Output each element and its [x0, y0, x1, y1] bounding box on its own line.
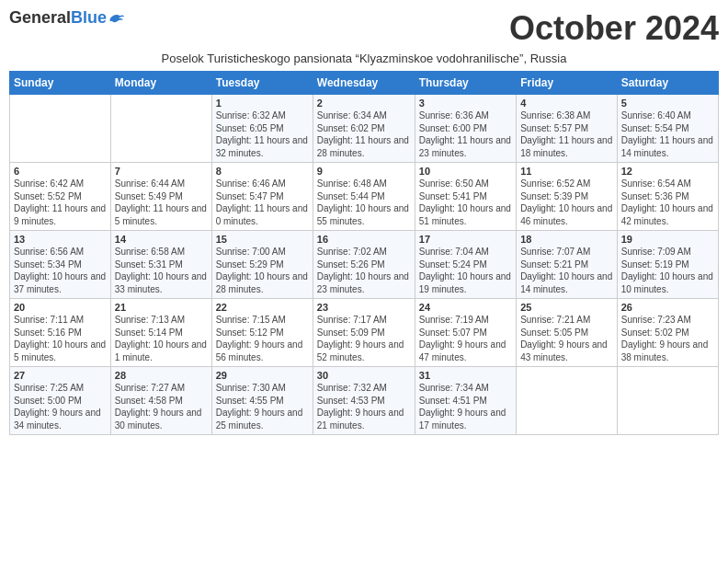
- calendar-cell: 12Sunrise: 6:54 AM Sunset: 5:36 PM Dayli…: [617, 163, 718, 231]
- weekday-header: Wednesday: [313, 72, 415, 95]
- day-number: 12: [621, 166, 714, 177]
- day-info: Sunrise: 6:40 AM Sunset: 5:54 PM Dayligh…: [621, 109, 714, 159]
- calendar-cell: 10Sunrise: 6:50 AM Sunset: 5:41 PM Dayli…: [415, 163, 516, 231]
- day-info: Sunrise: 6:50 AM Sunset: 5:41 PM Dayligh…: [419, 178, 512, 227]
- logo-bird-icon: [108, 12, 125, 25]
- day-info: Sunrise: 6:32 AM Sunset: 6:05 PM Dayligh…: [216, 109, 309, 159]
- calendar-subtitle: Poselok Turisticheskogo pansionata “Klya…: [9, 52, 719, 65]
- day-info: Sunrise: 6:48 AM Sunset: 5:44 PM Dayligh…: [317, 178, 411, 227]
- day-info: Sunrise: 7:27 AM Sunset: 4:58 PM Dayligh…: [115, 382, 208, 431]
- day-info: Sunrise: 7:02 AM Sunset: 5:26 PM Dayligh…: [317, 246, 411, 295]
- weekday-row: SundayMondayTuesdayWednesdayThursdayFrid…: [10, 72, 719, 95]
- day-number: 24: [419, 302, 512, 313]
- day-number: 17: [419, 234, 512, 245]
- day-number: 7: [115, 166, 208, 177]
- calendar-cell: 13Sunrise: 6:56 AM Sunset: 5:34 PM Dayli…: [10, 231, 111, 299]
- day-info: Sunrise: 7:07 AM Sunset: 5:21 PM Dayligh…: [520, 246, 613, 295]
- day-info: Sunrise: 7:32 AM Sunset: 4:53 PM Dayligh…: [317, 382, 411, 431]
- day-number: 5: [621, 98, 714, 109]
- calendar-week-row: 20Sunrise: 7:11 AM Sunset: 5:16 PM Dayli…: [10, 299, 719, 367]
- day-number: 8: [216, 166, 309, 177]
- day-info: Sunrise: 7:11 AM Sunset: 5:16 PM Dayligh…: [14, 314, 107, 363]
- calendar-cell: 11Sunrise: 6:52 AM Sunset: 5:39 PM Dayli…: [517, 163, 618, 231]
- day-info: Sunrise: 6:38 AM Sunset: 5:57 PM Dayligh…: [520, 109, 613, 159]
- day-number: 19: [621, 234, 714, 245]
- day-info: Sunrise: 6:54 AM Sunset: 5:36 PM Dayligh…: [621, 178, 714, 227]
- calendar-cell: 17Sunrise: 7:04 AM Sunset: 5:24 PM Dayli…: [415, 231, 516, 299]
- calendar-cell: 28Sunrise: 7:27 AM Sunset: 4:58 PM Dayli…: [110, 367, 211, 435]
- day-number: 15: [216, 234, 309, 245]
- day-number: 6: [14, 166, 107, 177]
- day-number: 9: [317, 166, 411, 177]
- day-number: 31: [419, 370, 512, 381]
- day-number: 22: [216, 302, 309, 313]
- day-info: Sunrise: 7:04 AM Sunset: 5:24 PM Dayligh…: [419, 246, 512, 295]
- weekday-header: Thursday: [415, 72, 516, 95]
- calendar-cell: [617, 367, 718, 435]
- day-number: 21: [115, 302, 208, 313]
- calendar-header: SundayMondayTuesdayWednesdayThursdayFrid…: [10, 72, 719, 95]
- weekday-header: Saturday: [617, 72, 718, 95]
- calendar-cell: 30Sunrise: 7:32 AM Sunset: 4:53 PM Dayli…: [313, 367, 415, 435]
- calendar-cell: 2Sunrise: 6:34 AM Sunset: 6:02 PM Daylig…: [313, 95, 415, 163]
- calendar-cell: 8Sunrise: 6:46 AM Sunset: 5:47 PM Daylig…: [211, 163, 313, 231]
- day-info: Sunrise: 6:34 AM Sunset: 6:02 PM Dayligh…: [317, 109, 411, 159]
- calendar-week-row: 13Sunrise: 6:56 AM Sunset: 5:34 PM Dayli…: [10, 231, 719, 299]
- calendar-week-row: 6Sunrise: 6:42 AM Sunset: 5:52 PM Daylig…: [10, 163, 719, 231]
- calendar-cell: 22Sunrise: 7:15 AM Sunset: 5:12 PM Dayli…: [211, 299, 313, 367]
- calendar-body: 1Sunrise: 6:32 AM Sunset: 6:05 PM Daylig…: [10, 95, 719, 435]
- calendar-cell: 4Sunrise: 6:38 AM Sunset: 5:57 PM Daylig…: [517, 95, 618, 163]
- day-number: 2: [317, 98, 411, 109]
- day-number: 13: [14, 234, 107, 245]
- day-info: Sunrise: 6:52 AM Sunset: 5:39 PM Dayligh…: [520, 178, 613, 227]
- day-info: Sunrise: 7:09 AM Sunset: 5:19 PM Dayligh…: [621, 246, 714, 295]
- weekday-header: Friday: [517, 72, 618, 95]
- weekday-header: Sunday: [10, 72, 111, 95]
- day-info: Sunrise: 7:17 AM Sunset: 5:09 PM Dayligh…: [317, 314, 411, 363]
- day-number: 28: [115, 370, 208, 381]
- month-title: October 2024: [509, 9, 719, 48]
- day-info: Sunrise: 7:23 AM Sunset: 5:02 PM Dayligh…: [621, 314, 714, 363]
- day-number: 23: [317, 302, 411, 313]
- calendar-cell: 29Sunrise: 7:30 AM Sunset: 4:55 PM Dayli…: [211, 367, 313, 435]
- calendar-cell: 24Sunrise: 7:19 AM Sunset: 5:07 PM Dayli…: [415, 299, 516, 367]
- day-info: Sunrise: 7:25 AM Sunset: 5:00 PM Dayligh…: [14, 382, 107, 431]
- calendar-table: SundayMondayTuesdayWednesdayThursdayFrid…: [9, 71, 719, 435]
- day-info: Sunrise: 6:42 AM Sunset: 5:52 PM Dayligh…: [14, 178, 107, 227]
- day-number: 29: [216, 370, 309, 381]
- calendar-cell: 18Sunrise: 7:07 AM Sunset: 5:21 PM Dayli…: [517, 231, 618, 299]
- calendar-cell: 19Sunrise: 7:09 AM Sunset: 5:19 PM Dayli…: [617, 231, 718, 299]
- weekday-header: Monday: [110, 72, 211, 95]
- calendar-cell: 31Sunrise: 7:34 AM Sunset: 4:51 PM Dayli…: [415, 367, 516, 435]
- calendar-cell: [517, 367, 618, 435]
- day-info: Sunrise: 7:15 AM Sunset: 5:12 PM Dayligh…: [216, 314, 309, 363]
- day-number: 10: [419, 166, 512, 177]
- day-info: Sunrise: 7:19 AM Sunset: 5:07 PM Dayligh…: [419, 314, 512, 363]
- day-info: Sunrise: 6:56 AM Sunset: 5:34 PM Dayligh…: [14, 246, 107, 295]
- calendar-week-row: 1Sunrise: 6:32 AM Sunset: 6:05 PM Daylig…: [10, 95, 719, 163]
- logo-general: GeneralBlue: [9, 9, 107, 28]
- day-info: Sunrise: 6:44 AM Sunset: 5:49 PM Dayligh…: [115, 178, 208, 227]
- day-info: Sunrise: 6:46 AM Sunset: 5:47 PM Dayligh…: [216, 178, 309, 227]
- day-info: Sunrise: 6:36 AM Sunset: 6:00 PM Dayligh…: [419, 109, 512, 159]
- page-header: GeneralBlue October 2024: [9, 9, 719, 48]
- day-info: Sunrise: 7:30 AM Sunset: 4:55 PM Dayligh…: [216, 382, 309, 431]
- day-number: 16: [317, 234, 411, 245]
- calendar-cell: 14Sunrise: 6:58 AM Sunset: 5:31 PM Dayli…: [110, 231, 211, 299]
- day-number: 14: [115, 234, 208, 245]
- calendar-cell: 25Sunrise: 7:21 AM Sunset: 5:05 PM Dayli…: [517, 299, 618, 367]
- calendar-cell: 3Sunrise: 6:36 AM Sunset: 6:00 PM Daylig…: [415, 95, 516, 163]
- logo: GeneralBlue: [9, 9, 125, 28]
- calendar-week-row: 27Sunrise: 7:25 AM Sunset: 5:00 PM Dayli…: [10, 367, 719, 435]
- day-number: 18: [520, 234, 613, 245]
- calendar-cell: 27Sunrise: 7:25 AM Sunset: 5:00 PM Dayli…: [10, 367, 111, 435]
- calendar-cell: [10, 95, 111, 163]
- weekday-header: Tuesday: [211, 72, 313, 95]
- calendar-cell: 15Sunrise: 7:00 AM Sunset: 5:29 PM Dayli…: [211, 231, 313, 299]
- day-number: 30: [317, 370, 411, 381]
- calendar-cell: 7Sunrise: 6:44 AM Sunset: 5:49 PM Daylig…: [110, 163, 211, 231]
- calendar-cell: 6Sunrise: 6:42 AM Sunset: 5:52 PM Daylig…: [10, 163, 111, 231]
- calendar-cell: 20Sunrise: 7:11 AM Sunset: 5:16 PM Dayli…: [10, 299, 111, 367]
- day-number: 20: [14, 302, 107, 313]
- calendar-cell: 1Sunrise: 6:32 AM Sunset: 6:05 PM Daylig…: [211, 95, 313, 163]
